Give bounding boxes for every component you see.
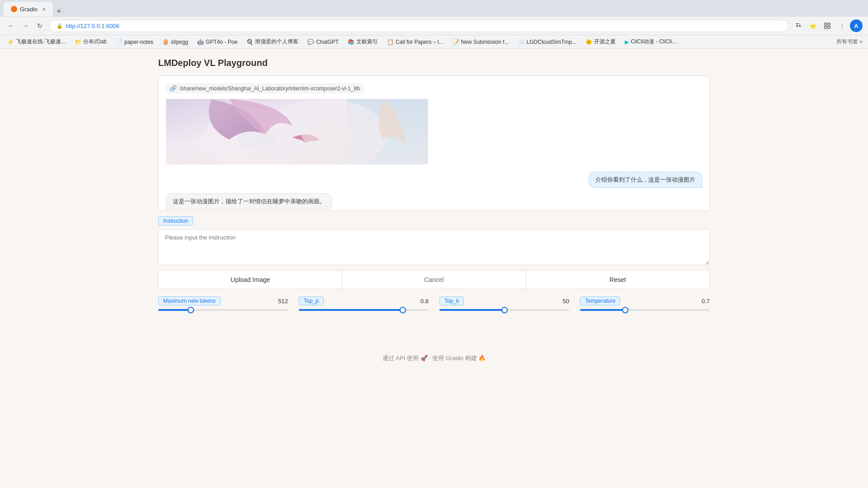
max-tokens-track-container [158,309,288,318]
max-tokens-slider-group: Maximum new tokens 512 [158,296,288,318]
bookmark-label-1: 分布式lab [83,38,107,46]
bookmarks-bar: ⚡ 飞极速在线-飞极速... 📁 分布式lab 📄 paper-notes 🥚 … [0,35,868,48]
buttons-row: Upload Image Cancel Reset [158,270,710,289]
model-path-icon: 🔗 [170,85,177,92]
temperature-track [580,309,710,311]
svg-rect-1 [828,23,830,25]
max-tokens-fill [158,309,191,311]
user-bubble: 介绍你看到了什么，这是一张动漫图片 [589,172,702,188]
bookmark-8[interactable]: 📋 Call for Papers – l... [385,38,445,46]
address-text: http://127.0.0.1:6006 [66,23,119,29]
top-k-track [439,309,569,311]
lock-icon: 🔒 [57,23,63,29]
max-tokens-label: Maximum new tokens [158,296,221,305]
bookmark-3[interactable]: 🥚 slipegg [160,38,190,46]
forward-btn[interactable]: → [20,20,31,31]
more-icon[interactable]: ⋮ [835,19,848,32]
tab-close-btn[interactable]: ✕ [42,7,46,12]
max-tokens-track [158,309,288,311]
footer: 通过 API 使用 🚀 · 使用 Gradio 构建 🔥 [0,345,868,371]
max-tokens-thumb[interactable] [188,307,194,313]
bookmark-label-2: paper-notes [124,39,153,45]
temperature-header: Temperature 0.7 [580,296,710,305]
bookmark-label-5: 滑溜蛋的个人博客 [255,38,298,46]
page-title: LMDeploy VL Playground [158,58,710,68]
nav-icons: ⭐ ⋮ A [792,19,863,32]
back-btn[interactable]: ← [5,20,16,31]
top-p-thumb[interactable] [400,307,406,313]
anime-image-svg [166,99,428,164]
new-tab-btn[interactable]: + [53,7,65,16]
upload-image-button[interactable]: Upload Image [159,271,342,289]
top-p-header: Top_p 0.8 [299,296,429,305]
profile-icon[interactable]: A [850,19,863,32]
bookmark-icon-0: ⚡ [7,39,14,45]
star-icon[interactable]: ⭐ [807,19,819,32]
bookmark-label-12: CliCli动漫 - CliCli... [631,38,676,46]
bookmark-11[interactable]: 🌞 开源之夏 [584,37,618,47]
bookmark-icon-5: 🍳 [246,39,253,45]
assistant-bubble: 这是一张动漫图片，描绘了一对情侣在睡梦中亲吻的画面。 [166,193,332,210]
svg-rect-0 [825,23,827,25]
chat-container[interactable]: 🔗 /share/new_models/Shanghai_AI_Laborato… [158,75,710,211]
bookmark-6[interactable]: 💬 ChatGPT [306,38,340,46]
svg-rect-3 [828,26,830,28]
bookmark-label-9: New Submission f... [461,39,509,45]
tab-bar: Gradio ✕ + [0,0,868,16]
refresh-btn[interactable]: ↻ [34,20,45,31]
temperature-fill [580,309,625,311]
bookmark-label-6: ChatGPT [316,39,339,45]
bookmark-icon-7: 📚 [348,39,354,45]
temperature-value: 0.7 [702,298,710,305]
max-tokens-value: 512 [278,298,288,305]
bookmarks-more-btn[interactable]: 所有书签 » [836,38,863,46]
bookmark-0[interactable]: ⚡ 飞极速在线-飞极速... [5,37,67,47]
bookmark-4[interactable]: 🤖 GPT4o - Poe [195,38,239,46]
active-tab[interactable]: Gradio ✕ [4,2,53,16]
top-p-slider-group: Top_p 0.8 [299,296,429,318]
top-p-label: Top_p [299,296,324,305]
top-p-fill [299,309,403,311]
translate-icon[interactable] [792,19,805,32]
temperature-slider-group: Temperature 0.7 [580,296,710,318]
top-p-value: 0.8 [420,298,429,305]
bookmark-label-3: slipegg [171,39,188,45]
bookmark-12[interactable]: ▶ CliCli动漫 - CliCli... [623,37,678,47]
instruction-input[interactable] [158,229,710,265]
temperature-label: Temperature [580,296,620,305]
address-bar[interactable]: 🔒 http://127.0.0.1:6006 [49,20,788,32]
svg-rect-9 [166,99,428,164]
bookmark-5[interactable]: 🍳 滑溜蛋的个人博客 [245,37,300,47]
bookmark-icon-2: 📄 [116,39,123,45]
temperature-track-container [580,309,710,318]
chat-image-display [166,99,428,164]
assistant-message: 这是一张动漫图片，描绘了一对情侣在睡梦中亲吻的画面。 [166,193,702,210]
top-k-value: 50 [563,298,569,305]
bookmark-label-0: 飞极速在线-飞极速... [16,38,66,46]
top-k-label: Top_k [439,296,464,305]
bookmark-2[interactable]: 📄 paper-notes [114,38,155,46]
bookmark-9[interactable]: 📝 New Submission f... [451,38,511,46]
model-path-text: /share/new_models/Shanghai_AI_Laboratory… [179,85,360,92]
bookmark-7[interactable]: 📚 文献索引 [346,37,380,47]
bookmark-icon-1: 📁 [75,39,81,45]
bookmark-label-10: LGDCloudSimTmp... [527,39,577,45]
top-k-thumb[interactable] [501,307,508,313]
top-p-track-container [299,309,429,318]
bookmark-label-11: 开源之夏 [594,38,616,46]
bookmark-icon-12: ▶ [625,39,629,45]
bookmark-icon-6: 💬 [307,39,314,45]
bookmark-10[interactable]: ☁️ LGDCloudSimTmp... [516,38,579,46]
chat-scroll-area: 🔗 /share/new_models/Shanghai_AI_Laborato… [159,76,709,211]
extension-icon[interactable] [821,19,834,32]
svg-rect-2 [825,26,827,28]
temperature-thumb[interactable] [622,307,628,313]
bookmark-icon-4: 🤖 [197,39,204,45]
bookmark-label-7: 文献索引 [356,38,378,46]
bookmark-icon-11: 🌞 [585,39,592,45]
bookmark-1[interactable]: 📁 分布式lab [73,37,108,47]
top-p-track [299,309,429,311]
bookmark-icon-9: 📝 [453,39,459,45]
cancel-button[interactable]: Cancel [342,271,526,289]
reset-button[interactable]: Reset [526,271,709,289]
